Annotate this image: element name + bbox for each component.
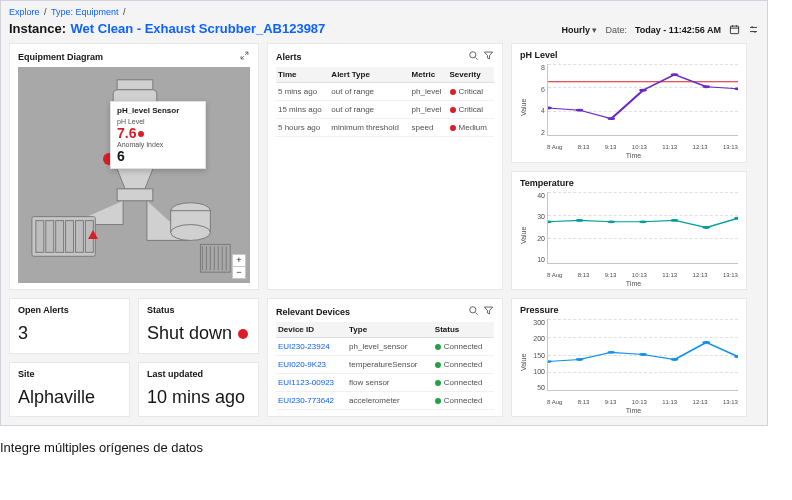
- x-ticks: 8 Aug8:139:1310:1311:1312:1313:13: [547, 144, 738, 150]
- equipment-diagram[interactable]: pH_level Sensor pH Level 7.6 Anomaly Ind…: [18, 67, 250, 283]
- temperature-chart[interactable]: Value 40302010 8 Aug8:139:1310:1311:1312…: [520, 192, 738, 278]
- alerts-col-metric[interactable]: Metric: [410, 67, 448, 83]
- ph-chart[interactable]: Value 8642 8 Aug8:139:1310:1311:1312:131…: [520, 64, 738, 150]
- site-card[interactable]: Site Alphaville: [9, 362, 130, 418]
- device-type: flow sensor: [347, 374, 433, 392]
- main-grid: Equipment Diagram: [9, 43, 759, 417]
- alert-metric: speed: [410, 119, 448, 137]
- device-type: ph_level_sensor: [347, 338, 433, 356]
- zoom-out-button[interactable]: −: [233, 267, 245, 278]
- expand-icon[interactable]: [239, 50, 250, 63]
- search-icon[interactable]: [468, 305, 479, 318]
- medium-dot-icon: [450, 125, 456, 131]
- tooltip-title: pH_level Sensor: [117, 106, 199, 115]
- calendar-icon[interactable]: [729, 24, 740, 37]
- open-alerts-card[interactable]: Open Alerts 3: [9, 298, 130, 354]
- svg-point-20: [639, 89, 647, 92]
- alerts-col-time[interactable]: Time: [276, 67, 329, 83]
- filter-icon[interactable]: [483, 50, 494, 63]
- table-row[interactable]: EUI020-9K23temperatureSensorConnected: [276, 356, 494, 374]
- breadcrumb-sep: /: [123, 7, 126, 17]
- alert-dot-icon: [138, 131, 144, 137]
- search-icon[interactable]: [468, 50, 479, 63]
- connected-dot-icon: [435, 380, 441, 386]
- devices-col-type[interactable]: Type: [347, 322, 433, 338]
- device-link[interactable]: EUI230-773642: [278, 396, 334, 405]
- equipment-svg: [18, 67, 250, 283]
- filter-icon[interactable]: [483, 305, 494, 318]
- device-status: Connected: [433, 356, 494, 374]
- devices-col-id[interactable]: Device ID: [276, 322, 347, 338]
- table-row[interactable]: 5 hours ago minimum threshold speed Medi…: [276, 119, 494, 137]
- date-label: Date:: [605, 25, 627, 35]
- alert-severity: Critical: [448, 101, 494, 119]
- breadcrumb-sep: /: [44, 7, 47, 17]
- pressure-chart-title: Pressure: [520, 305, 559, 315]
- alerts-title: Alerts: [276, 52, 302, 62]
- svg-point-29: [702, 226, 710, 229]
- device-link[interactable]: EUI230-23924: [278, 342, 330, 351]
- breadcrumb-type[interactable]: Type: Equipment: [51, 7, 119, 17]
- svg-point-23: [734, 87, 738, 90]
- alert-time: 15 mins ago: [276, 101, 329, 119]
- alert-type: minimum threshold: [329, 119, 409, 137]
- table-row[interactable]: EUI230-23924ph_level_sensorConnected: [276, 338, 494, 356]
- svg-rect-6: [36, 221, 44, 253]
- svg-point-24: [548, 220, 552, 223]
- last-updated-card[interactable]: Last updated 10 mins ago: [138, 362, 259, 418]
- y-axis-label: Value: [520, 64, 527, 150]
- status-label: Status: [147, 305, 250, 315]
- svg-point-26: [607, 220, 615, 223]
- alert-metric: ph_level: [410, 101, 448, 119]
- pressure-chart[interactable]: Value 30020015010050 8 Aug8:139:1310:131…: [520, 319, 738, 405]
- svg-point-17: [548, 107, 552, 110]
- status-card[interactable]: Status Shut down: [138, 298, 259, 354]
- devices-col-status[interactable]: Status: [433, 322, 494, 338]
- svg-point-37: [702, 341, 710, 344]
- alert-severity: Critical: [448, 83, 494, 101]
- toolbar-right: Hourly ▾ Date: Today - 11:42:56 AM: [561, 24, 759, 37]
- table-row[interactable]: EUI1123-00923flow sensorConnected: [276, 374, 494, 392]
- svg-rect-10: [76, 221, 84, 253]
- temperature-chart-card: Temperature Value 40302010 8 Aug8:139:13…: [511, 171, 747, 291]
- ph-chart-card: pH Level Value 8642 8 Aug8:139:1310:1311…: [511, 43, 747, 163]
- alerts-card: Alerts Time Alert Type Metric Severity 5…: [267, 43, 503, 290]
- y-ticks: 30020015010050: [529, 319, 545, 391]
- zoom-controls: + −: [232, 254, 246, 279]
- svg-point-21: [671, 73, 679, 76]
- svg-point-33: [576, 358, 584, 361]
- pressure-chart-card: Pressure Value 30020015010050 8 Aug8:139…: [511, 298, 747, 417]
- last-updated-label: Last updated: [147, 369, 250, 379]
- interval-select[interactable]: Hourly ▾: [561, 25, 597, 35]
- warning-icon[interactable]: [88, 230, 98, 239]
- ph-chart-title: pH Level: [520, 50, 558, 60]
- alerts-table: Time Alert Type Metric Severity 5 mins a…: [276, 67, 494, 137]
- equipment-diagram-title: Equipment Diagram: [18, 52, 103, 62]
- status-dot-icon: [238, 329, 248, 339]
- table-row[interactable]: EUI230-773642accelerometerConnected: [276, 392, 494, 410]
- zoom-in-button[interactable]: +: [233, 255, 245, 267]
- svg-point-34: [607, 351, 615, 354]
- y-axis-label: Value: [520, 319, 527, 405]
- chart-svg: [548, 319, 738, 390]
- app-frame: Explore / Type: Equipment / Instance: We…: [0, 0, 768, 426]
- y-axis-label: Value: [520, 192, 527, 278]
- page-title-label: Instance:: [9, 21, 66, 36]
- devices-card: Relevant Devices Device ID Type Status E…: [267, 298, 503, 417]
- settings-icon[interactable]: [748, 24, 759, 37]
- table-row[interactable]: 5 mins ago out of range ph_level Critica…: [276, 83, 494, 101]
- breadcrumb-explore[interactable]: Explore: [9, 7, 40, 17]
- alerts-col-severity[interactable]: Severity: [448, 67, 494, 83]
- devices-table: Device ID Type Status EUI230-23924ph_lev…: [276, 322, 494, 410]
- svg-rect-0: [730, 26, 738, 34]
- table-row[interactable]: 15 mins ago out of range ph_level Critic…: [276, 101, 494, 119]
- chart-svg: [548, 64, 738, 135]
- date-picker[interactable]: Today - 11:42:56 AM: [635, 25, 721, 35]
- alert-time: 5 hours ago: [276, 119, 329, 137]
- device-link[interactable]: EUI020-9K23: [278, 360, 326, 369]
- alerts-col-type[interactable]: Alert Type: [329, 67, 409, 83]
- svg-rect-9: [66, 221, 74, 253]
- site-label: Site: [18, 369, 121, 379]
- device-link[interactable]: EUI1123-00923: [278, 378, 334, 387]
- svg-point-25: [576, 218, 584, 221]
